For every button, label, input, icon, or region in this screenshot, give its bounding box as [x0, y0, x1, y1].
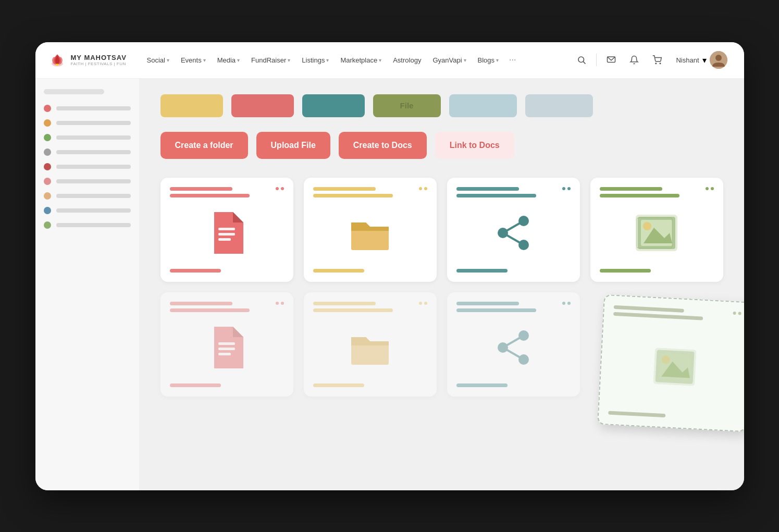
- sidebar-item-8[interactable]: [44, 207, 131, 214]
- card-menu-dots[interactable]: [562, 302, 571, 305]
- svg-line-31: [503, 336, 524, 348]
- card-line: [313, 302, 376, 305]
- dot: [733, 311, 736, 314]
- create-docs-button[interactable]: Create to Docs: [339, 132, 427, 159]
- cart-button[interactable]: [649, 52, 665, 68]
- card-document-red[interactable]: [160, 178, 293, 282]
- card-menu-dots[interactable]: [419, 302, 427, 305]
- card-image-green[interactable]: [590, 178, 723, 282]
- sidebar-label: [56, 150, 131, 154]
- card-header: [600, 187, 714, 197]
- card-share-teal[interactable]: [447, 178, 580, 282]
- dot: [567, 187, 571, 190]
- user-menu[interactable]: Nishant ▾: [672, 49, 731, 71]
- filter-tab-lightblue[interactable]: [449, 94, 517, 117]
- logo-text: MY MAHOTSAV FAITH | FESTIVALS | FUN: [71, 54, 127, 66]
- card-image-dragging[interactable]: [597, 294, 744, 432]
- filter-tab-teal[interactable]: [302, 94, 365, 117]
- card-line: [313, 194, 393, 197]
- card-folder-yellow[interactable]: [304, 178, 437, 282]
- filter-tab-lightgray[interactable]: [525, 94, 593, 117]
- document-icon: [210, 212, 243, 254]
- nav-media[interactable]: Media ▾: [212, 53, 245, 67]
- card-menu-dots[interactable]: [706, 187, 714, 190]
- card-line: [170, 187, 232, 191]
- svg-point-5: [656, 63, 657, 64]
- card-menu-dots[interactable]: [276, 187, 284, 190]
- filter-tab-red[interactable]: [231, 94, 294, 117]
- dot: [424, 302, 427, 305]
- messages-button[interactable]: [603, 52, 620, 68]
- card-share-teal-faded[interactable]: [447, 292, 580, 397]
- card-icon-area: [170, 317, 284, 378]
- nav-events[interactable]: Events ▾: [176, 53, 211, 67]
- svg-rect-25: [218, 348, 235, 350]
- nav-social[interactable]: Social ▾: [142, 53, 175, 67]
- nav-gyanvapi[interactable]: GyanVapi ▾: [427, 53, 471, 67]
- sidebar-item-5[interactable]: [44, 163, 131, 170]
- card-menu-dots[interactable]: [276, 302, 284, 305]
- sidebar-dot: [44, 119, 51, 127]
- svg-line-3: [584, 61, 586, 64]
- upload-file-button[interactable]: Upload File: [256, 132, 330, 159]
- sidebar-item-7[interactable]: [44, 192, 131, 200]
- dot: [738, 312, 741, 315]
- card-header: [170, 187, 284, 197]
- nav-listings[interactable]: Listings ▾: [296, 53, 334, 67]
- sidebar-label: [56, 208, 131, 213]
- filter-tab-yellow[interactable]: [160, 94, 223, 117]
- sidebar-item-6[interactable]: [44, 178, 131, 185]
- sidebar-dot: [44, 207, 51, 214]
- sidebar-dot: [44, 163, 51, 170]
- card-line: [600, 194, 679, 197]
- filter-tab-file[interactable]: File: [373, 94, 441, 117]
- sidebar-item-2[interactable]: [44, 119, 131, 127]
- sidebar-item-3[interactable]: [44, 134, 131, 141]
- dot: [281, 187, 284, 190]
- sidebar-item-1[interactable]: [44, 105, 131, 112]
- nav-blogs[interactable]: Blogs ▾: [473, 53, 504, 67]
- card-line: [313, 308, 393, 312]
- chevron-icon: ▾: [496, 57, 499, 63]
- logo[interactable]: MY MAHOTSAV FAITH | FESTIVALS | FUN: [48, 51, 131, 69]
- dot: [276, 187, 279, 190]
- card-menu-dots[interactable]: [562, 187, 571, 190]
- card-document-red-faded[interactable]: [160, 292, 293, 397]
- card-footer-line: [456, 383, 508, 387]
- dot: [711, 187, 714, 190]
- sidebar-item-4[interactable]: [44, 149, 131, 156]
- card-line: [170, 194, 250, 197]
- link-docs-button[interactable]: Link to Docs: [435, 132, 514, 159]
- search-button[interactable]: [573, 52, 590, 68]
- sidebar-label: [56, 106, 131, 110]
- card-menu-dots[interactable]: [733, 311, 741, 315]
- svg-point-6: [660, 63, 661, 64]
- card-menu-dots[interactable]: [419, 187, 427, 190]
- dot: [419, 302, 422, 305]
- share-icon: [495, 215, 531, 251]
- nav-more-button[interactable]: ···: [505, 52, 520, 68]
- card-footer-line: [608, 411, 665, 417]
- svg-point-8: [715, 55, 722, 61]
- sidebar-label: [56, 194, 131, 198]
- nav-marketplace[interactable]: Marketplace ▾: [335, 53, 387, 67]
- notifications-button[interactable]: [626, 52, 642, 68]
- sidebar-label: [56, 135, 131, 140]
- share-icon: [495, 329, 531, 366]
- svg-line-17: [503, 233, 524, 245]
- create-folder-button[interactable]: Create a folder: [160, 132, 248, 159]
- card-icon-area: [313, 317, 427, 378]
- sidebar: [35, 79, 140, 490]
- nav-astrology[interactable]: Astrology: [388, 53, 426, 67]
- card-header: [313, 302, 427, 312]
- nav-fundraiser[interactable]: FundRaiser ▾: [246, 53, 295, 67]
- dot: [424, 187, 427, 190]
- chevron-icon: ▾: [464, 57, 466, 63]
- card-line: [456, 194, 536, 197]
- sidebar-item-9[interactable]: [44, 221, 131, 229]
- card-folder-yellow-faded[interactable]: [304, 292, 437, 397]
- sidebar-dot: [44, 134, 51, 141]
- card-line: [170, 302, 232, 305]
- folder-icon: [349, 216, 391, 250]
- card-icon-area: [600, 203, 714, 264]
